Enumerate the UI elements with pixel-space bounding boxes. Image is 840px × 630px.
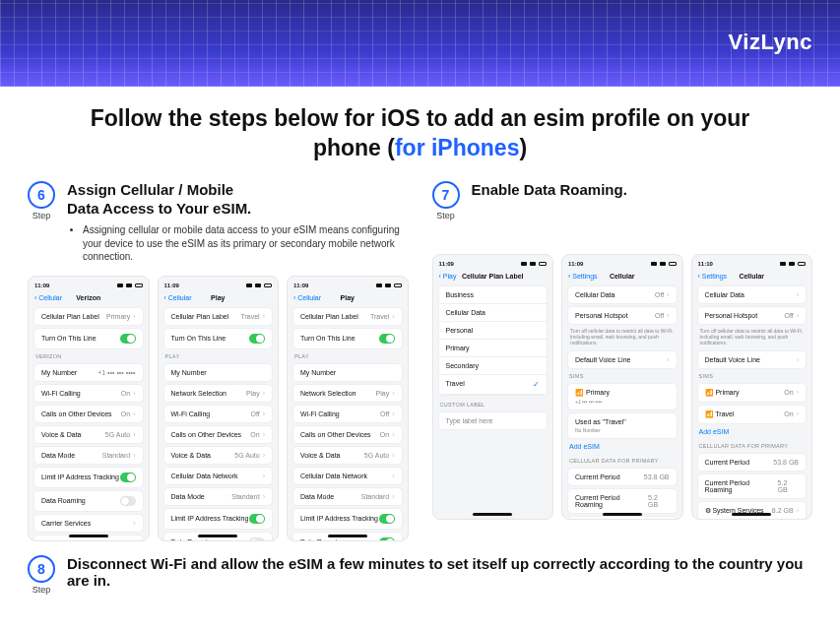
step-6-number: 6 [28,181,55,209]
sim-travel[interactable]: Used as "Travel"No Number [567,412,678,439]
step-8-title: Disconnect Wi-Fi and allow the eSIM a fe… [67,555,812,589]
cellular-data[interactable]: Cellular Data› [697,285,808,304]
default-voice-line[interactable]: Default Voice Line› [697,350,808,369]
system-services[interactable]: ⚙ System Services8.2 GB› [567,516,678,520]
step-7-label: Step [432,211,460,220]
data-mode[interactable]: Data ModeStandard› [33,446,144,465]
data-roaming[interactable]: Data Roaming [33,490,144,512]
step-6-screenshots: 11:09 ‹ CellularVerizon Cellular Plan La… [28,276,409,541]
carrier-services[interactable]: Carrier Services› [33,514,144,533]
step-7-column: 7 Step Enable Data Roaming. 11:09 ‹ Play… [432,181,813,541]
step-7-title: Enable Data Roaming. [472,181,813,200]
cellular-plan-label[interactable]: Cellular Plan LabelPrimary› [33,307,144,326]
step-6-label: Step [28,211,55,220]
sim-primary[interactable]: 📶 Primary+1 ••• ••• •••• [567,383,678,410]
step-8-row: 8 Step Disconnect Wi-Fi and allow the eS… [0,549,840,595]
option-secondary[interactable]: Secondary [439,357,548,375]
back-button[interactable]: ‹ Play [439,273,457,280]
personal-hotspot[interactable]: Personal HotspotOff› [567,306,678,325]
hero-banner: VizLync [0,0,840,87]
back-button[interactable]: ‹ Cellular [293,294,321,301]
calls-other-devices[interactable]: Calls on Other DevicesOn› [33,405,144,423]
steps-columns: 6 Step Assign Cellular / MobileData Acce… [0,177,840,549]
step-6-bullet: Assigning cellular or mobile data access… [83,223,409,264]
back-button[interactable]: ‹ Cellular [34,294,62,301]
wifi-calling[interactable]: Wi-Fi CallingOn› [33,384,144,403]
step-8-number: 8 [28,555,55,583]
step-6-badge-wrap: 6 Step [28,181,55,220]
system-services[interactable]: ⚙ System Services8.2 GB› [697,501,808,520]
cellular-data[interactable]: Cellular DataOff› [567,285,678,304]
checkmark-icon: ✓ [533,380,540,389]
back-button[interactable]: ‹ Settings [698,273,728,280]
step-6-column: 6 Step Assign Cellular / MobileData Acce… [28,181,409,541]
screenshot-6c: 11:09 ‹ CellularPlay Cellular Plan Label… [287,276,409,541]
sim-primary[interactable]: 📶 PrimaryOn› [697,383,808,403]
option-personal[interactable]: Personal [439,322,548,340]
screenshot-7a: 11:09 ‹ PlayCellular Plan Label Business… [432,254,554,520]
option-primary[interactable]: Primary [439,340,548,357]
personal-hotspot[interactable]: Personal HotspotOff› [697,306,808,325]
voice-data[interactable]: Voice & Data5G Auto› [33,425,144,444]
screenshot-7c: 11:10 ‹ SettingsCellular Cellular Data› … [691,254,813,520]
screenshot-6b: 11:09 ‹ CellularPlay Cellular Plan Label… [158,276,280,541]
page-title: Follow the steps below for iOS to add an… [0,87,840,177]
step-8-label: Step [28,585,55,595]
back-button[interactable]: ‹ Cellular [164,294,192,301]
limit-ip[interactable]: Limit IP Address Tracking [33,467,144,488]
back-button[interactable]: ‹ Settings [568,273,598,280]
turn-on-line[interactable]: Turn On This Line [33,328,144,349]
option-business[interactable]: Business [439,286,548,304]
add-esim[interactable]: Add eSIM [692,424,812,439]
brand-logo: VizLync [729,30,812,55]
step-6-title: Assign Cellular / MobileData Access to Y… [67,181,409,219]
toggle-on-icon [120,334,136,344]
add-esim[interactable]: Add eSIM [562,439,682,454]
step-7-screenshots: 11:09 ‹ PlayCellular Plan Label Business… [432,254,813,520]
option-cellular-data[interactable]: Cellular Data [439,304,548,322]
screenshot-7b: 11:09 ‹ SettingsCellular Cellular DataOf… [561,254,683,520]
my-number[interactable]: My Number+1 ••• ••• •••• [33,363,144,382]
option-travel[interactable]: Travel✓ [439,375,548,395]
sim-travel[interactable]: 📶 TravelOn› [697,405,808,424]
step-7-number: 7 [432,181,460,209]
default-voice-line[interactable]: Default Voice Line› [567,350,678,369]
label-options: Business Cellular Data Personal Primary … [438,285,549,396]
custom-label-input[interactable]: Type label here [438,411,549,430]
screenshot-6a: 11:09 ‹ CellularVerizon Cellular Plan La… [28,276,150,541]
